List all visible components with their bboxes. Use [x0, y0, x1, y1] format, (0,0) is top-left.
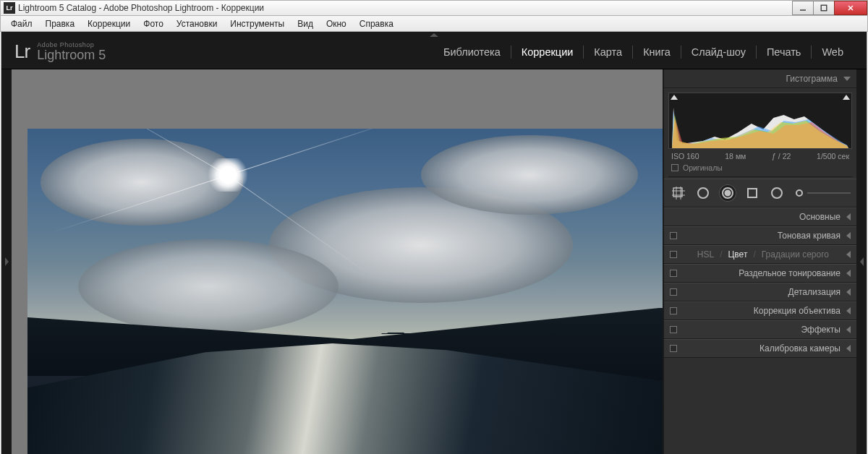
- panel-toggle-icon[interactable]: [670, 326, 677, 333]
- menu-правка[interactable]: Правка: [40, 17, 81, 30]
- panel-калибровка-камеры[interactable]: Калибровка камеры: [664, 339, 856, 358]
- module-библиотека[interactable]: Библиотека: [433, 46, 511, 58]
- window-title: Lightroom 5 Catalog - Adobe Photoshop Li…: [18, 3, 793, 13]
- radial-filter-tool[interactable]: [768, 184, 786, 202]
- left-panel-collapse[interactable]: [1, 69, 12, 454]
- chevron-up-icon: [430, 33, 438, 37]
- panel-toggle-icon[interactable]: [670, 288, 677, 296]
- module-карта[interactable]: Карта: [584, 46, 632, 58]
- brush-size-slider[interactable]: [796, 189, 851, 197]
- chevron-left-icon: [846, 251, 851, 258]
- brand-lr-icon: Lr: [14, 40, 30, 63]
- menu-вид[interactable]: Вид: [292, 17, 319, 30]
- chevron-down-icon: [843, 77, 851, 81]
- histogram-panel: ISO 160 18 мм ƒ / 22 1/500 сек Оригиналы: [664, 88, 856, 179]
- histogram-header[interactable]: Гистограмма: [664, 69, 856, 88]
- brand-text: Adobe Photoshop Lightroom 5: [37, 42, 106, 61]
- menu-установки[interactable]: Установки: [171, 17, 223, 30]
- hsl-tab-bw[interactable]: Градации серого: [762, 249, 829, 260]
- graduated-filter-tool[interactable]: [744, 184, 761, 202]
- module-печать[interactable]: Печать: [757, 46, 812, 58]
- panel-label: Коррекция объектива: [754, 306, 841, 316]
- crop-tool[interactable]: [670, 184, 687, 202]
- workspace: Гистограмма ISO 160: [1, 69, 867, 454]
- minimize-button[interactable]: [792, 1, 814, 15]
- module-header: Lr Adobe Photoshop Lightroom 5 Библиотек…: [1, 38, 867, 69]
- panel-toggle-icon[interactable]: [670, 232, 677, 239]
- maximize-button[interactable]: [813, 1, 835, 15]
- panel-label: Детализация: [788, 287, 841, 297]
- meta-shutter: 1/500 сек: [817, 152, 849, 160]
- histogram-header-label: Гистограмма: [786, 74, 838, 84]
- histogram-originals-row[interactable]: Оригиналы: [668, 160, 852, 177]
- chevron-left-icon: [846, 232, 851, 239]
- chevron-left-icon: [846, 307, 851, 314]
- develop-toolstrip: [664, 179, 856, 207]
- chevron-left-icon: [846, 270, 851, 277]
- module-picker: БиблиотекаКоррекцииКартаКнигаСлайд-шоуПе…: [433, 46, 854, 59]
- chevron-left-icon: [846, 326, 851, 333]
- panel-toggle-icon[interactable]: [670, 307, 677, 314]
- panel-label: Основные: [799, 212, 841, 222]
- meta-iso: ISO 160: [671, 152, 699, 160]
- panel-коррекция-объектива[interactable]: Коррекция объектива: [664, 301, 856, 320]
- menu-справка[interactable]: Справка: [354, 17, 399, 30]
- slider-knob-icon: [796, 189, 803, 197]
- right-panel-collapse[interactable]: [856, 69, 867, 454]
- menu-коррекции[interactable]: Коррекции: [82, 17, 136, 30]
- top-panel-collapse[interactable]: [1, 32, 867, 38]
- menu-файл[interactable]: Файл: [5, 17, 38, 30]
- menu-окно[interactable]: Окно: [320, 17, 352, 30]
- close-button[interactable]: [834, 1, 867, 15]
- image-canvas[interactable]: [12, 69, 663, 454]
- develop-right-panel: Гистограмма ISO 160: [663, 69, 856, 454]
- module-коррекции[interactable]: Коррекции: [511, 46, 584, 58]
- panel-label: Тоновая кривая: [778, 231, 841, 241]
- window-titlebar: Lr Lightroom 5 Catalog - Adobe Photoshop…: [0, 0, 868, 16]
- brand-big: Lightroom 5: [37, 48, 106, 61]
- originals-label: Оригиналы: [683, 163, 723, 172]
- histogram[interactable]: [668, 93, 852, 149]
- app-icon: Lr: [4, 2, 15, 14]
- hsl-tab-hsl[interactable]: HSL: [697, 249, 714, 260]
- module-слайд-шоу[interactable]: Слайд-шоу: [681, 46, 756, 58]
- meta-aperture: ƒ / 22: [772, 152, 791, 160]
- panel-эффекты[interactable]: Эффекты: [664, 320, 856, 339]
- originals-checkbox-icon[interactable]: [671, 164, 678, 171]
- panel-тоновая-кривая[interactable]: Тоновая кривая: [664, 226, 856, 245]
- hsl-tab-color[interactable]: Цвет: [728, 249, 747, 260]
- panel-label: Раздельное тонирование: [739, 268, 841, 278]
- panel-детализация[interactable]: Детализация: [664, 283, 856, 301]
- redeye-tool[interactable]: [719, 184, 736, 202]
- app-body: Lr Adobe Photoshop Lightroom 5 Библиотек…: [1, 32, 867, 454]
- histogram-meta: ISO 160 18 мм ƒ / 22 1/500 сек: [668, 149, 852, 160]
- panel-основные[interactable]: Основные: [664, 207, 856, 226]
- chevron-left-icon: [846, 288, 851, 296]
- panel-toggle-icon[interactable]: [670, 270, 677, 277]
- svg-rect-1: [821, 5, 827, 11]
- panel-toggle-icon[interactable]: [670, 345, 677, 352]
- photo-preview: [27, 129, 663, 454]
- module-web[interactable]: Web: [812, 46, 854, 58]
- shadow-clipping-icon[interactable]: [671, 95, 678, 100]
- panel-label: Калибровка камеры: [760, 343, 841, 354]
- menu-фото[interactable]: Фото: [137, 17, 169, 30]
- panel-hsl[interactable]: HSL/Цвет/Градации серого: [664, 245, 856, 264]
- panel-раздельное-тонирование[interactable]: Раздельное тонирование: [664, 264, 856, 283]
- spot-removal-tool[interactable]: [694, 184, 712, 202]
- meta-focal: 18 мм: [725, 152, 746, 160]
- menubar: ФайлПравкаКоррекцииФотоУстановкиИнструме…: [0, 16, 868, 32]
- module-книга[interactable]: Книга: [633, 46, 681, 58]
- chevron-left-icon: [860, 257, 864, 266]
- panel-label: Эффекты: [801, 325, 841, 335]
- menu-инструменты[interactable]: Инструменты: [224, 17, 290, 30]
- panel-toggle-icon[interactable]: [670, 251, 677, 258]
- chevron-right-icon: [5, 257, 9, 266]
- chevron-left-icon: [846, 345, 851, 352]
- highlight-clipping-icon[interactable]: [843, 95, 850, 100]
- chevron-left-icon: [846, 213, 851, 220]
